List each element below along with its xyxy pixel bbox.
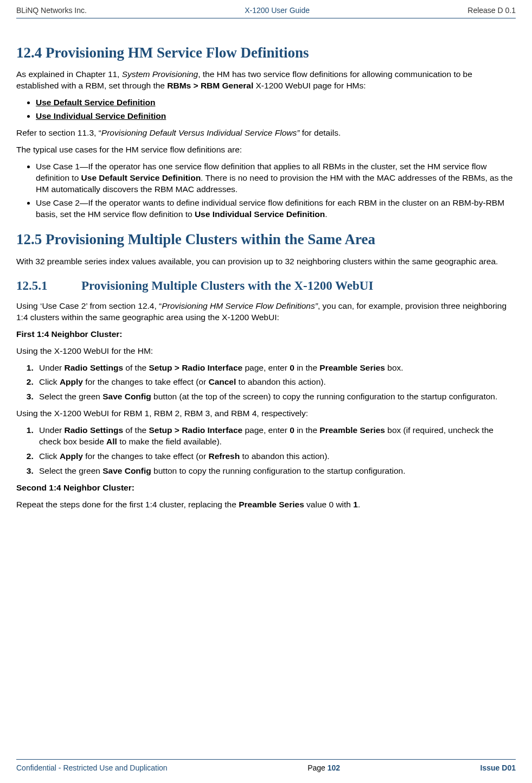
text: Refer to section 11.3, “ <box>16 128 101 137</box>
heading-number: 12.5.1 <box>16 277 81 294</box>
paragraph: The typical use cases for the HM service… <box>16 144 516 156</box>
text: . <box>325 209 327 219</box>
list-item: Click Apply for the changes to take effe… <box>36 451 516 462</box>
text: for details. <box>299 128 341 137</box>
text-bold: 0 <box>290 425 294 435</box>
page-footer: Confidential - Restricted Use and Duplic… <box>16 759 516 773</box>
text-bold: Radio Settings <box>65 363 124 372</box>
heading-12-4: 12.4 Provisioning HM Service Flow Defini… <box>16 43 516 62</box>
text-bold: Radio Settings <box>65 425 124 435</box>
text-italic: Provisioning HM Service Flow Definitions… <box>162 301 318 310</box>
ordered-list: Under Radio Settings of the Setup > Radi… <box>16 425 516 477</box>
text: As explained in Chapter 11, <box>16 69 122 79</box>
text-bold-underline: Use Individual Service Definition <box>36 111 166 120</box>
header-left: BLiNQ Networks Inc. <box>16 5 87 16</box>
text-bold: Preamble Series <box>319 363 385 372</box>
subheading-second-cluster: Second 1:4 Neighbor Cluster: <box>16 482 516 494</box>
text: . <box>358 500 360 509</box>
document-page: BLiNQ Networks Inc. X-1200 User Guide Re… <box>0 0 532 783</box>
text: Using ‘Use Case 2’ from section 12.4, “ <box>16 301 162 310</box>
text-bold: 1 <box>353 500 358 509</box>
header-right: Release D 0.1 <box>467 5 516 16</box>
text-bold: All <box>106 437 117 446</box>
text-bold: Setup > Radio Interface <box>149 425 242 435</box>
footer-right: Issue D01 <box>480 763 516 773</box>
heading-text: Provisioning Multiple Clusters with the … <box>81 279 373 292</box>
paragraph: Repeat the steps done for the first 1:4 … <box>16 499 516 511</box>
text: of the <box>123 425 149 435</box>
paragraph: Using the X-1200 WebUI for the HM: <box>16 346 516 357</box>
heading-12-5: 12.5 Provisioning Multiple Clusters with… <box>16 230 516 249</box>
text-bold: RBMs > RBM General <box>167 81 253 90</box>
ordered-list: Under Radio Settings of the Setup > Radi… <box>16 362 516 403</box>
header-center: X-1200 User Guide <box>245 5 310 16</box>
page-label: Page <box>307 763 328 772</box>
list-item: Use Default Service Definition <box>36 97 516 109</box>
text: Under <box>39 363 65 372</box>
text-bold: Setup > Radio Interface <box>149 363 242 372</box>
list-item: Use Case 2—If the operator wants to defi… <box>36 198 516 220</box>
text: to abandon this action). <box>236 377 325 386</box>
text: of the <box>123 363 149 372</box>
text: button (at the top of the screen) to cop… <box>151 392 498 401</box>
text: page, enter <box>242 363 290 372</box>
page-number: 102 <box>328 763 340 772</box>
text: to abandon this action). <box>240 451 329 461</box>
heading-12-5-1: 12.5.1Provisioning Multiple Clusters wit… <box>16 277 516 294</box>
paragraph: Refer to section 11.3, “Provisioning Def… <box>16 128 516 139</box>
paragraph: As explained in Chapter 11, System Provi… <box>16 69 516 92</box>
text-bold: Use Default Service Definition <box>81 173 201 182</box>
bullet-list: Use Default Service Definition Use Indiv… <box>16 97 516 122</box>
text: Click <box>39 451 60 461</box>
text-bold: 0 <box>290 363 294 372</box>
list-item: Use Individual Service Definition <box>36 111 516 122</box>
text-bold: Refresh <box>208 451 240 461</box>
text-bold: Preamble Series <box>239 500 304 509</box>
paragraph: Using the X-1200 WebUI for RBM 1, RBM 2,… <box>16 408 516 419</box>
text-bold: Save Config <box>102 466 151 475</box>
list-item: Under Radio Settings of the Setup > Radi… <box>36 425 516 448</box>
subheading-first-cluster: First 1:4 Neighbor Cluster: <box>16 329 516 340</box>
text: for the changes to take effect (or <box>83 377 209 386</box>
text: Repeat the steps done for the first 1:4 … <box>16 500 239 509</box>
text: Click <box>39 377 60 386</box>
text-bold: Use Individual Service Definition <box>195 209 325 219</box>
list-item: Use Case 1—If the operator has one servi… <box>36 161 516 195</box>
list-item: Under Radio Settings of the Setup > Radi… <box>36 362 516 374</box>
footer-page: Page 102 <box>307 763 340 773</box>
text-bold: Preamble Series <box>319 425 385 435</box>
text: value 0 with <box>304 500 353 509</box>
bullet-list: Use Case 1—If the operator has one servi… <box>16 161 516 220</box>
list-item: Select the green Save Config button to c… <box>36 466 516 477</box>
text: Select the green <box>39 392 102 401</box>
text: Select the green <box>39 466 102 475</box>
page-header: BLiNQ Networks Inc. X-1200 User Guide Re… <box>16 5 516 18</box>
text: box. <box>385 363 403 372</box>
text-bold: Apply <box>60 377 83 386</box>
text: in the <box>294 363 320 372</box>
text: button to copy the running configuration… <box>151 466 406 475</box>
text-bold: Apply <box>60 451 83 461</box>
text: to make the field available). <box>117 437 222 446</box>
list-item: Click Apply for the changes to take effe… <box>36 377 516 388</box>
text: Under <box>39 425 65 435</box>
text: page, enter <box>242 425 290 435</box>
text: for the changes to take effect (or <box>83 451 209 461</box>
paragraph: With 32 preamble series index values ava… <box>16 256 516 268</box>
paragraph: Using ‘Use Case 2’ from section 12.4, “P… <box>16 301 516 323</box>
list-item: Select the green Save Config button (at … <box>36 391 516 403</box>
footer-left: Confidential - Restricted Use and Duplic… <box>16 763 168 773</box>
text: in the <box>294 425 320 435</box>
text-bold: Cancel <box>208 377 236 386</box>
text: X-1200 WebUI page for HMs: <box>253 81 366 90</box>
text-italic: System Provisioning <box>122 69 198 79</box>
text-bold-underline: Use Default Service Definition <box>36 98 156 107</box>
text-italic: Provisioning Default Versus Individual S… <box>101 128 300 137</box>
text-bold: Save Config <box>102 392 151 401</box>
